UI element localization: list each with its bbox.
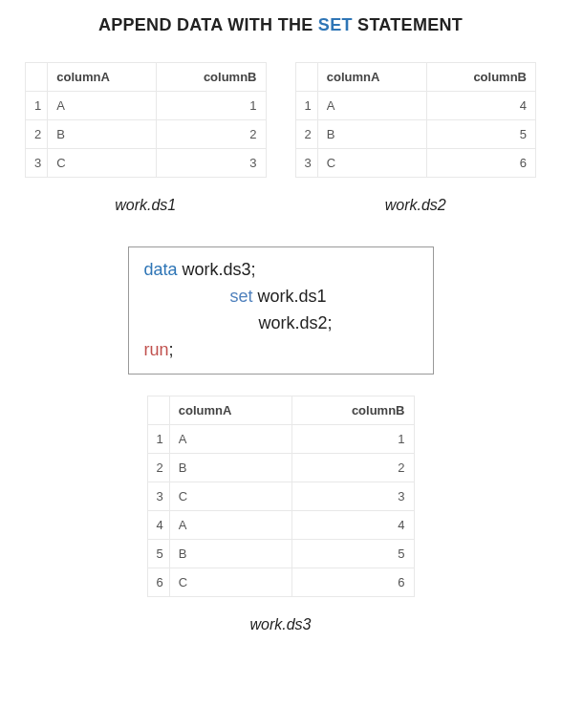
rownum-cell: 2 — [26, 120, 48, 149]
cell-a: B — [169, 539, 291, 567]
cell-a: A — [317, 92, 426, 120]
table-row: 6 C 6 — [147, 567, 414, 596]
cell-a: C — [48, 149, 157, 178]
ds2-label: work.ds2 — [295, 197, 537, 214]
rownum-header — [26, 63, 48, 92]
cell-b: 5 — [426, 120, 535, 149]
keyword-run: run — [144, 340, 169, 359]
col-header-b: columnB — [426, 63, 535, 92]
col-header-b: columnB — [291, 396, 414, 424]
rownum-cell: 2 — [147, 453, 169, 482]
cell-b: 6 — [291, 567, 414, 596]
rownum-cell: 3 — [26, 149, 48, 178]
rownum-cell: 6 — [147, 567, 169, 596]
cell-b: 5 — [291, 539, 414, 567]
table-row: 3 C 6 — [295, 149, 536, 178]
table-row: 1 A 1 — [26, 92, 267, 120]
cell-a: B — [48, 120, 157, 149]
rownum-cell: 4 — [147, 510, 169, 539]
cell-b: 3 — [157, 149, 266, 178]
rownum-header — [295, 63, 317, 92]
rownum-cell: 1 — [147, 424, 169, 453]
table-row: 5 B 5 — [147, 539, 414, 567]
cell-b: 4 — [426, 92, 535, 120]
cell-b: 3 — [291, 482, 414, 510]
col-header-a: columnA — [169, 396, 291, 424]
table-row: 1 A 4 — [295, 92, 536, 120]
rownum-header — [147, 396, 169, 424]
cell-a: A — [169, 424, 291, 453]
table-row: 3 C 3 — [147, 482, 414, 510]
table-row: 1 A 1 — [147, 424, 414, 453]
table-row: 4 A 4 — [147, 510, 414, 539]
col-header-b: columnB — [157, 63, 266, 92]
cell-a: A — [169, 510, 291, 539]
table-ds1: columnA columnB 1 A 1 2 B 2 3 C — [25, 62, 267, 178]
cell-a: A — [48, 92, 157, 120]
cell-b: 1 — [157, 92, 266, 120]
cell-a: B — [317, 120, 426, 149]
ds1-label: work.ds1 — [25, 197, 267, 214]
table-ds2: columnA columnB 1 A 4 2 B 5 3 C — [295, 62, 537, 178]
cell-b: 6 — [426, 149, 535, 178]
table-row: 2 B 2 — [26, 120, 267, 149]
table-row: 2 B 5 — [295, 120, 536, 149]
rownum-cell: 1 — [295, 92, 317, 120]
col-header-a: columnA — [48, 63, 157, 92]
code-line: data work.ds3; — [144, 257, 418, 284]
table-ds3: columnA columnB 1 A 1 2 B 2 3 C 3 4 A — [147, 396, 415, 597]
code-text: work.ds3; — [178, 260, 256, 279]
cell-a: C — [317, 149, 426, 178]
code-line: work.ds2; — [144, 310, 418, 337]
table-row: 2 B 2 — [147, 453, 414, 482]
table-row: 3 C 3 — [26, 149, 267, 178]
code-text: work.ds1 — [253, 287, 327, 306]
keyword-data: data — [144, 260, 178, 279]
keyword-set: set — [230, 287, 253, 306]
ds3-label: work.ds3 — [147, 616, 415, 633]
code-text: ; — [169, 340, 174, 359]
cell-a: B — [169, 453, 291, 482]
rownum-cell: 3 — [295, 149, 317, 178]
title-suffix: STATEMENT — [353, 15, 463, 34]
code-line: run; — [144, 337, 418, 364]
code-text: work.ds2; — [259, 313, 333, 332]
rownum-cell: 1 — [26, 92, 48, 120]
cell-a: C — [169, 567, 291, 596]
col-header-a: columnA — [317, 63, 426, 92]
code-block: data work.ds3; set work.ds1 work.ds2; ru… — [128, 246, 434, 375]
cell-b: 1 — [291, 424, 414, 453]
rownum-cell: 2 — [295, 120, 317, 149]
title-keyword: SET — [318, 15, 353, 34]
rownum-cell: 3 — [147, 482, 169, 510]
cell-b: 4 — [291, 510, 414, 539]
cell-a: C — [169, 482, 291, 510]
rownum-cell: 5 — [147, 539, 169, 567]
cell-b: 2 — [291, 453, 414, 482]
code-line: set work.ds1 — [144, 284, 418, 310]
cell-b: 2 — [157, 120, 266, 149]
page-title: APPEND DATA WITH THE SET STATEMENT — [11, 15, 550, 35]
title-prefix: APPEND DATA WITH THE — [98, 15, 318, 34]
